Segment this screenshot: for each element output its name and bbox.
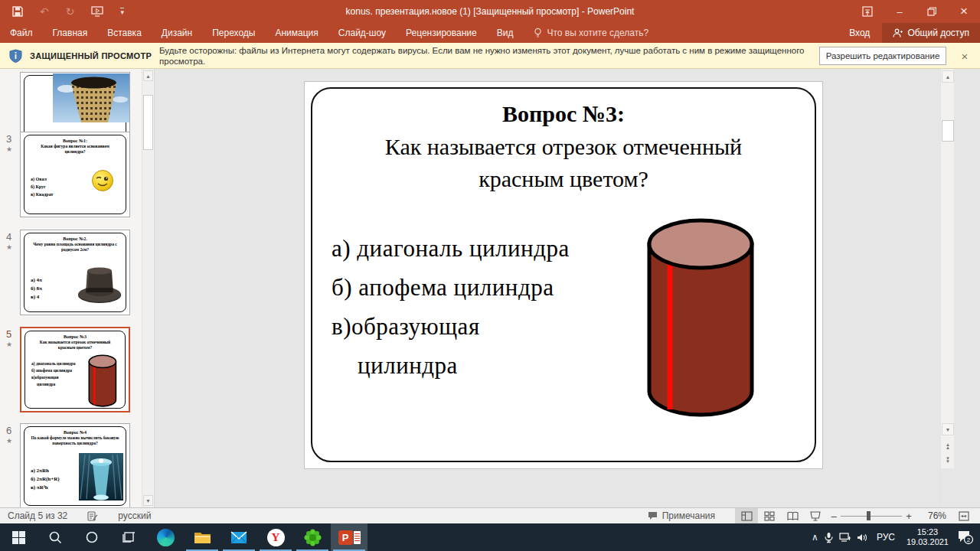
spell-check-icon[interactable] — [87, 511, 98, 521]
mail-icon[interactable] — [220, 523, 257, 551]
tab-transitions[interactable]: Переходы — [202, 23, 265, 43]
tray-chevron-icon[interactable]: ∧ — [812, 532, 818, 543]
tab-file[interactable]: Файл — [0, 23, 43, 43]
notes-toggle[interactable]: Примечания — [648, 510, 715, 521]
undo-icon[interactable]: ↶ — [40, 6, 49, 17]
enable-editing-button[interactable]: Разрешить редактирование — [819, 47, 946, 65]
slide-thumbnail-5-selected[interactable]: Вопрос №3 Как называется отрезок отмечен… — [20, 327, 130, 412]
comment-icon — [648, 511, 658, 520]
zoom-out-button[interactable]: – — [827, 510, 841, 522]
microphone-icon[interactable] — [824, 532, 834, 543]
workspace: 3 ★ Вопрос №1: Какая фигура является осн… — [0, 69, 980, 507]
tab-view[interactable]: Вид — [487, 23, 524, 43]
save-icon[interactable] — [12, 6, 23, 17]
ribbon-tab-bar: Файл Главная Вставка Дизайн Переходы Ани… — [0, 23, 980, 43]
mini-option: в) Квадрат — [31, 191, 54, 198]
yandex-browser-icon[interactable]: Y — [257, 523, 294, 551]
scrollbar-thumb[interactable] — [143, 95, 153, 150]
powerpoint-taskbar-icon[interactable]: P — [331, 523, 368, 551]
tab-review[interactable]: Рецензирование — [396, 23, 487, 43]
answer-option-v-line2: цилиндра — [358, 352, 458, 380]
normal-view-button[interactable] — [735, 508, 758, 523]
ribbon-display-options-icon[interactable] — [851, 0, 884, 23]
task-view-icon[interactable] — [110, 523, 147, 551]
reading-view-button[interactable] — [781, 508, 804, 523]
slideshow-view-button[interactable] — [804, 508, 827, 523]
volume-icon[interactable] — [857, 533, 868, 543]
mini-option: б) Круг — [31, 183, 54, 191]
top-hat-photo — [76, 266, 123, 307]
zoom-in-button[interactable]: + — [902, 510, 916, 522]
slide-editing-area: Вопрос №3: Как называется отрезок отмече… — [155, 69, 959, 507]
tab-insert[interactable]: Вставка — [97, 23, 152, 43]
winking-smiley — [91, 169, 114, 192]
clock[interactable]: 15:23 19.03.2021 — [903, 527, 952, 547]
fit-slide-to-window-button[interactable] — [952, 508, 975, 523]
scroll-up-icon[interactable]: ▲ — [942, 70, 954, 83]
next-slide-button[interactable]: ▼▼ — [942, 454, 954, 466]
scroll-up-icon[interactable]: ▲ — [143, 70, 153, 81]
action-center-icon[interactable]: 2 — [957, 530, 974, 545]
customize-qat-icon[interactable]: ▾ — [120, 8, 124, 16]
close-icon[interactable]: × — [948, 0, 980, 23]
zoom-slider-handle[interactable] — [867, 511, 871, 520]
restore-icon[interactable] — [916, 0, 948, 23]
notification-badge: 2 — [967, 536, 971, 543]
answer-option-b: б) апофема цилиндра — [332, 274, 554, 302]
share-button[interactable]: Общий доступ — [882, 23, 980, 43]
thumbnail-scrollbar[interactable]: ▲ ▼ — [142, 69, 153, 507]
sign-in-button[interactable]: Вход — [837, 28, 882, 38]
mini-option: а) диагональ цилиндра — [31, 360, 75, 367]
tray-date: 19.03.2021 — [906, 537, 949, 547]
slide-thumbnail-3[interactable]: Вопрос №1: Какая фигура является основан… — [20, 132, 130, 217]
language-indicator[interactable]: русский — [118, 510, 151, 521]
mini-option: б) 8π — [31, 285, 42, 293]
slide-thumbnail-panel: 3 ★ Вопрос №1: Какая фигура является осн… — [0, 69, 155, 507]
tab-design[interactable]: Дизайн — [152, 23, 202, 43]
slide-sorter-view-button[interactable] — [758, 508, 781, 523]
slide-question-line1: Как называется отрезок отмеченный — [305, 134, 822, 160]
tell-me-box[interactable]: Что вы хотите сделать? — [534, 28, 648, 38]
tab-home[interactable]: Главная — [43, 23, 98, 43]
slide-thumbnail-4[interactable]: Вопрос №2. Чему равна площадь основания … — [20, 230, 130, 315]
minimize-icon[interactable]: – — [884, 0, 916, 23]
main-vertical-scrollbar[interactable]: ▲ ▼ ▲▲ ▼▼ — [940, 69, 954, 507]
slide-number: 4 — [6, 231, 11, 243]
redo-icon[interactable]: ↻ — [66, 6, 75, 17]
tab-animations[interactable]: Анимация — [265, 23, 328, 43]
shield-info-icon — [9, 49, 22, 63]
answer-option-v: в)образующая — [332, 313, 480, 341]
window-controls: – × — [851, 0, 980, 23]
previous-slide-button[interactable]: ▲▲ — [942, 440, 954, 452]
network-icon[interactable] — [839, 532, 851, 543]
lightbulb-icon — [534, 28, 542, 38]
slide-indicator[interactable]: Слайд 5 из 32 — [8, 510, 67, 521]
red-cylinder — [87, 354, 118, 408]
scroll-down-icon[interactable]: ▼ — [942, 423, 954, 435]
mini-option: б) 2πR(h+R) — [31, 475, 60, 484]
answer-option-a: а) диагональ цилиндра — [332, 235, 570, 262]
slide-thumbnail-6[interactable]: Вопрос №4 По какой формуле можно вычисли… — [20, 423, 130, 507]
zoom-level[interactable]: 76% — [916, 510, 946, 521]
cortana-icon[interactable] — [74, 523, 110, 551]
file-explorer-icon[interactable] — [184, 523, 220, 551]
windows-taskbar: Y P ∧ — [0, 523, 980, 551]
animation-star-icon: ★ — [6, 437, 12, 445]
mini-option: а) 2πRh — [31, 467, 60, 475]
start-slideshow-icon[interactable] — [91, 6, 103, 17]
scroll-down-icon[interactable]: ▼ — [143, 495, 153, 506]
mini-slide-question: По какой формуле можно вычислить боковую… — [24, 435, 126, 446]
dismiss-warning-icon[interactable]: × — [956, 47, 974, 65]
tab-slideshow[interactable]: Слайд-шоу — [328, 23, 396, 43]
tray-time: 15:23 — [906, 527, 949, 537]
slide-canvas[interactable]: Вопрос №3: Как называется отрезок отмече… — [305, 82, 822, 468]
input-language-indicator[interactable]: РУС — [874, 532, 898, 543]
edge-icon[interactable] — [147, 523, 184, 551]
tower-photo — [53, 73, 129, 122]
start-button[interactable] — [0, 523, 37, 551]
search-icon[interactable] — [37, 523, 74, 551]
person-icon — [893, 28, 903, 38]
scrollbar-thumb[interactable] — [942, 120, 954, 142]
zoom-slider[interactable] — [841, 508, 902, 523]
icq-icon[interactable] — [294, 523, 331, 551]
